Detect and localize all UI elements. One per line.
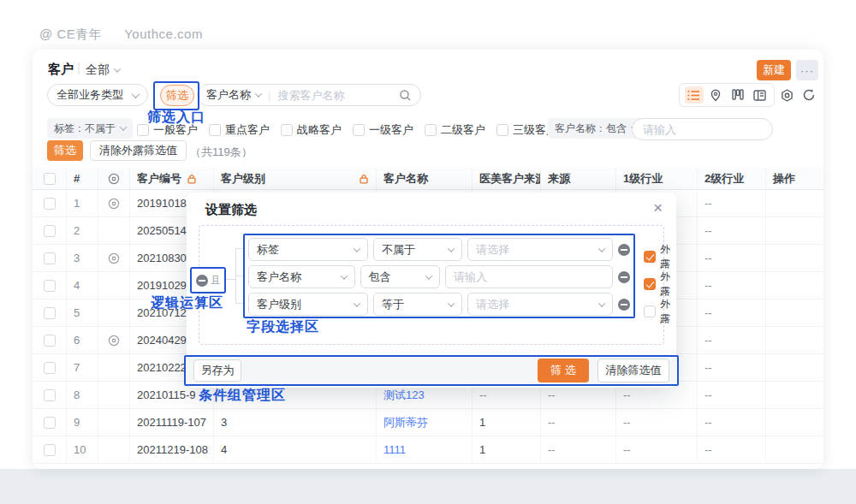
more-actions-button[interactable]: ···	[796, 60, 818, 80]
row-actions	[766, 382, 823, 408]
col-industry1: 1级行业	[616, 168, 698, 189]
checkbox-icon[interactable]	[644, 251, 656, 263]
exposed-toggle[interactable]: 外露	[644, 242, 676, 271]
total-count: （共119条）	[190, 145, 253, 160]
scope-dropdown[interactable]: 全部	[86, 62, 120, 78]
row-checkbox[interactable]	[44, 362, 56, 374]
operator-select[interactable]: 不属于	[373, 238, 462, 261]
exposed-toggle[interactable]: 外露	[644, 270, 676, 299]
row-checkbox[interactable]	[44, 389, 56, 401]
remove-condition-icon[interactable]	[618, 299, 630, 311]
tag-filter-chip[interactable]: 标签：不属于	[47, 118, 133, 139]
filter-condition-row: 标签 不属于 请选择	[248, 238, 630, 261]
col-customer-code: 客户编号	[130, 168, 214, 189]
business-type-label: 全部业务类型	[56, 87, 123, 103]
chevron-down-icon	[255, 90, 262, 97]
checkbox-icon[interactable]	[644, 305, 656, 317]
brand-domain: Youthce.com	[124, 27, 203, 41]
row-actions	[766, 190, 823, 216]
row-checkbox[interactable]	[44, 444, 56, 456]
record-scope-icon	[98, 327, 130, 353]
value-select[interactable]: 请选择	[467, 293, 613, 316]
settings-icon[interactable]	[779, 87, 794, 103]
customer-code: 20211119-107	[130, 409, 214, 436]
clear-exposed-filters-button[interactable]: 清除外露筛选值	[90, 140, 187, 161]
dialog-title: 设置筛选	[205, 202, 257, 218]
logic-operator-chip[interactable]: 且	[190, 267, 226, 294]
row-actions	[766, 245, 823, 271]
checkbox-icon[interactable]	[209, 124, 221, 136]
checkbox-level1-customer[interactable]: 一级客户	[353, 122, 413, 138]
remove-condition-icon[interactable]	[618, 271, 630, 283]
field-select[interactable]: 客户名称	[248, 265, 355, 288]
clear-filter-button[interactable]: 清除筛选值	[597, 359, 669, 382]
close-icon[interactable]: ×	[653, 199, 663, 217]
checkbox-icon[interactable]	[281, 124, 293, 136]
create-button[interactable]: 新建	[757, 60, 791, 80]
row-checkbox[interactable]	[44, 417, 56, 429]
table-row: 9 20211119-107 3 阿斯蒂芬 1 -- -- --	[33, 409, 823, 436]
field-select[interactable]: 标签	[248, 238, 368, 261]
row-checkbox[interactable]	[44, 335, 56, 347]
checkbox-icon[interactable]	[644, 278, 656, 290]
row-checkbox[interactable]	[44, 307, 56, 319]
customer-name-link[interactable]: 1111	[377, 436, 473, 463]
name-filter-chip[interactable]: 客户名称：包含	[548, 118, 644, 139]
record-scope-icon	[98, 190, 130, 216]
value-input[interactable]	[445, 265, 613, 288]
business-type-dropdown[interactable]: 全部业务类型	[47, 84, 148, 106]
row-actions	[766, 327, 823, 353]
map-view-icon[interactable]	[706, 86, 725, 104]
col-customer-level: 客户级别	[214, 168, 377, 189]
customer-name-link[interactable]: 阿斯蒂芬	[377, 409, 473, 436]
row-checkbox[interactable]	[44, 280, 56, 292]
exposed-toggle[interactable]: 外露	[644, 297, 676, 326]
chevron-down-icon	[448, 245, 455, 252]
split-view-icon[interactable]	[750, 86, 769, 104]
field-select[interactable]: 客户级别	[248, 293, 368, 316]
site-logo: @ CE青年Youthce.com	[39, 27, 203, 43]
name-filter-input[interactable]	[632, 118, 773, 140]
record-scope-icon	[98, 245, 130, 271]
annotation-logic-area: 逻辑运算区	[151, 294, 223, 312]
checkbox-icon[interactable]	[496, 124, 508, 136]
remove-condition-icon[interactable]	[618, 244, 630, 256]
name-filter-label: 客户名称：包含	[555, 122, 627, 136]
row-actions	[766, 217, 823, 244]
operator-select[interactable]: 等于	[373, 293, 462, 316]
chevron-down-icon	[340, 272, 347, 279]
apply-filter-button[interactable]: 筛 选	[538, 359, 589, 382]
kanban-view-icon[interactable]	[728, 86, 747, 104]
value-select[interactable]: 请选择	[467, 238, 613, 261]
col-industry2: 2级行业	[698, 168, 766, 189]
list-view-icon[interactable]	[685, 86, 704, 104]
search-field-label: 客户名称	[206, 87, 251, 103]
search-icon	[399, 89, 412, 102]
record-scope-icon	[98, 168, 130, 189]
chevron-down-icon	[354, 245, 360, 252]
save-as-button[interactable]: 另存为	[193, 359, 241, 382]
quick-filter-button[interactable]: 筛选	[47, 140, 83, 161]
search-input[interactable]	[277, 89, 394, 102]
chevron-down-icon	[598, 245, 605, 252]
connector-line	[235, 303, 243, 304]
row-checkbox[interactable]	[44, 225, 56, 237]
row-actions	[766, 354, 823, 381]
row-checkbox[interactable]	[44, 198, 56, 210]
checkbox-icon[interactable]	[353, 124, 365, 136]
checkbox-level2-customer[interactable]: 二级客户	[425, 122, 485, 138]
refresh-icon[interactable]	[801, 87, 817, 103]
operator-select[interactable]: 包含	[360, 265, 440, 288]
checkbox-key-customer[interactable]: 重点客户	[209, 122, 270, 138]
checkbox-icon[interactable]	[425, 124, 437, 136]
col-actions: 操作	[766, 168, 823, 189]
row-checkbox[interactable]	[44, 252, 56, 264]
remove-group-icon[interactable]	[196, 275, 208, 287]
col-yimei-source: 医美客户来源	[473, 168, 541, 189]
annotation-field-area: 字段选择区	[247, 318, 319, 336]
checkbox-strategic-customer[interactable]: 战略客户	[281, 122, 342, 138]
select-all-checkbox[interactable]	[44, 173, 56, 185]
chevron-down-icon	[120, 123, 127, 130]
search-combo[interactable]: 客户名称 |	[197, 84, 421, 106]
chevron-down-icon	[598, 299, 605, 306]
